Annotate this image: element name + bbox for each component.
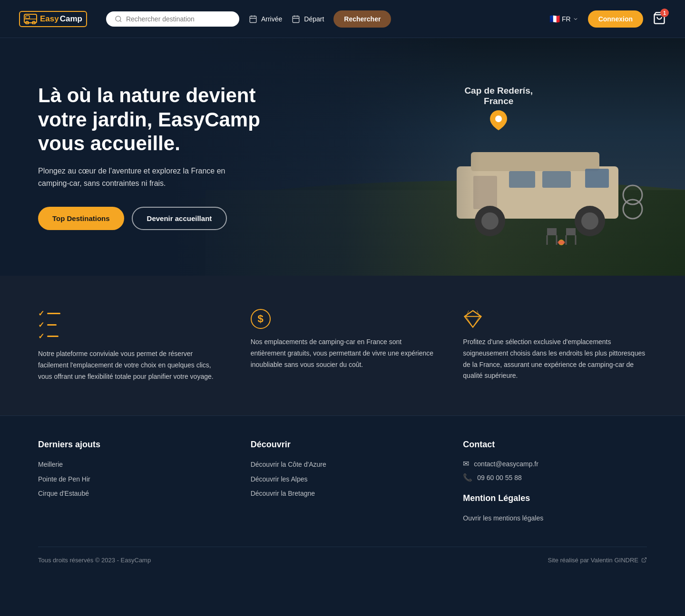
footer-grid: Derniers ajouts Meillerie Pointe de Pen … [38,440,647,527]
feature-free: $ Nos emplacements de camping-car en Fra… [251,309,435,382]
footer-discover-item-2[interactable]: Découvrir les Alpes [251,474,435,484]
hero-title: Là où la nature devient votre jardin, Ea… [38,84,304,155]
footer-discover-title: Découvrir [251,440,435,450]
feature-free-text: Nos emplacements de camping-car en Franc… [251,337,435,370]
svg-line-30 [644,558,646,561]
logo-easy: Easy [40,14,59,24]
footer-discover-item-3[interactable]: Découvrir la Bretagne [251,488,435,499]
footer: Derniers ajouts Meillerie Pointe de Pen … [0,415,685,578]
footer-recent: Derniers ajouts Meillerie Pointe de Pen … [38,440,222,527]
search-button[interactable]: Rechercher [333,10,391,28]
logo-camp: Camp [60,14,82,24]
hero-subtitle: Plongez au cœur de l'aventure et explore… [38,165,247,189]
feature-booking: ✓ ✓ ✓ Notre plateforme conviviale vous p… [38,309,222,382]
checklist-icon: ✓ ✓ ✓ [38,309,222,341]
departure-field[interactable]: Départ [292,15,324,23]
footer-email: ✉ contact@easycamp.fr [463,459,647,468]
chevron-down-icon [573,16,578,22]
become-host-button[interactable]: Devenir accueillant [132,207,227,230]
svg-rect-7 [293,16,300,23]
location-name: Cap de Rederís, France [464,86,533,106]
external-link-icon [641,557,647,563]
svg-point-5 [116,16,121,21]
top-destinations-button[interactable]: Top Destinations [38,207,124,230]
arrival-field[interactable]: Arrivée [249,15,282,23]
calendar-arrival-icon [249,15,257,23]
footer-contact: Contact ✉ contact@easycamp.fr 📞 09 60 00… [463,440,647,527]
hero-section: Cap de Rederís, France Là où la nature d… [0,38,685,276]
footer-phone-value: 09 60 00 55 88 [477,474,521,481]
footer-bottom: Tous droits réservés © 2023 - EasyCamp S… [38,547,647,564]
logo-icon: EasyCamp [19,11,87,27]
footer-recent-item-3[interactable]: Cirque d'Estaubé [38,488,222,499]
dollar-circle-icon: $ [251,309,271,329]
footer-legal-title: Mention Légales [463,493,647,503]
language-selector[interactable]: 🇫🇷 FR [549,14,578,24]
language-code: FR [562,15,571,23]
footer-copyright: Tous droits réservés © 2023 - EasyCamp [38,557,151,564]
phone-icon: 📞 [463,473,472,482]
svg-rect-6 [250,16,256,23]
feature-premium-text: Profitez d'une sélection exclusive d'emp… [463,337,647,382]
svg-point-29 [495,116,502,122]
footer-email-value: contact@easycamp.fr [474,460,538,468]
feature-booking-text: Notre plateforme conviviale vous permet … [38,348,222,382]
search-icon [115,15,122,23]
search-input[interactable] [126,15,221,23]
cart-button[interactable]: 1 [653,11,666,27]
footer-contact-title: Contact [463,440,647,450]
calendar-departure-icon [292,15,300,23]
search-bar[interactable] [106,11,239,27]
hero-buttons: Top Destinations Devenir accueillant [38,207,304,230]
footer-legal-link[interactable]: Ouvrir les mentions légales [463,513,647,523]
footer-discover-item-1[interactable]: Découvrir la Côte d'Azure [251,459,435,470]
diamond-icon [463,309,483,329]
arrival-label: Arrivée [261,15,282,23]
footer-phone: 📞 09 60 00 55 88 [463,473,647,482]
flag-icon: 🇫🇷 [549,14,560,24]
footer-recent-title: Derniers ajouts [38,440,222,450]
footer-recent-item-1[interactable]: Meillerie [38,459,222,470]
logo[interactable]: EasyCamp [19,11,87,27]
svg-rect-4 [26,16,29,19]
hero-content: Là où la nature devient votre jardin, Ea… [38,84,304,230]
features-section: ✓ ✓ ✓ Notre plateforme conviviale vous p… [0,276,685,415]
feature-premium: Profitez d'une sélection exclusive d'emp… [463,309,647,382]
navbar: EasyCamp Arrivée Départ Rechercher 🇫🇷 FR… [0,0,685,38]
departure-label: Départ [304,15,324,23]
footer-credits[interactable]: Site réalisé par Valentin GINDRE [548,557,647,564]
location-pin: Cap de Rederís, France [464,86,533,130]
email-icon: ✉ [463,459,469,468]
cart-badge: 1 [660,9,669,17]
footer-recent-item-2[interactable]: Pointe de Pen Hir [38,474,222,484]
connexion-button[interactable]: Connexion [588,10,643,28]
footer-discover: Découvrir Découvrir la Côte d'Azure Déco… [251,440,435,527]
map-pin-icon [490,110,507,130]
